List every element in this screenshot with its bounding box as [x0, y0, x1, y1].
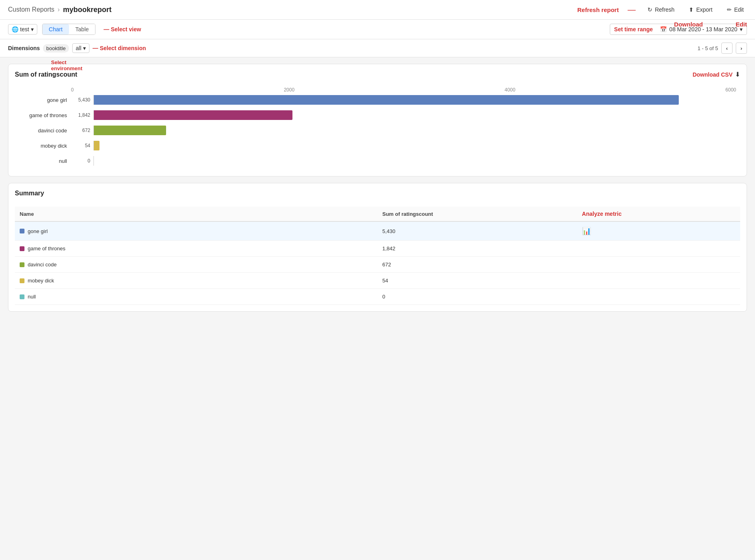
row-name-cell: game of thrones: [15, 241, 378, 257]
edit-annotation: Edit: [736, 21, 747, 28]
chart-row-value: 1,842: [70, 112, 90, 118]
download-csv-icon: ⬇: [735, 71, 740, 78]
pagination: 1 - 5 of 5 ‹ ›: [698, 43, 747, 54]
bar-chart: 0 2000 4000 6000 gone girl 5,430 game of…: [15, 83, 740, 170]
breadcrumb-separator: ›: [58, 6, 60, 13]
row-metric-cell: 5,430: [378, 221, 577, 241]
export-icon: ⬆: [689, 6, 694, 13]
breadcrumb-parent[interactable]: Custom Reports: [8, 6, 55, 13]
name-cell: null: [20, 294, 373, 300]
chart-bar-fill: [94, 141, 99, 150]
summary-header-row: Name Sum of ratingscount Analyze metric: [15, 207, 740, 221]
analyze-metric-cell: [577, 289, 740, 305]
chart-row: null 0: [15, 156, 740, 166]
chart-bar-track: [93, 156, 740, 166]
row-name: davinci code: [28, 262, 57, 268]
env-label: test: [20, 26, 29, 32]
row-name-cell: mobey dick: [15, 273, 378, 289]
dimensions-label: Dimensions: [8, 45, 40, 51]
row-name: null: [28, 294, 36, 300]
main-content: Sum of ratingscount Download CSV ⬇ 0 200…: [0, 57, 755, 318]
analyze-metric-cell[interactable]: 📊: [577, 221, 740, 241]
chart-row: mobey dick 54: [15, 141, 740, 150]
edit-button[interactable]: ✏ Edit: [724, 5, 747, 14]
page-header: Custom Reports › mybookreport Refresh re…: [0, 0, 755, 20]
analyze-metric-cell: [577, 257, 740, 273]
chart-row: gone girl 5,430: [15, 95, 740, 105]
name-cell: mobey dick: [20, 278, 373, 284]
row-name: mobey dick: [28, 278, 54, 284]
chart-rows: gone girl 5,430 game of thrones 1,842 da…: [15, 95, 740, 166]
row-metric-cell: 1,842: [378, 241, 577, 257]
row-name-cell: gone girl: [15, 221, 378, 241]
chart-bar-fill: [94, 126, 166, 135]
edit-label: Edit: [734, 6, 744, 13]
row-metric-cell: 0: [378, 289, 577, 305]
col-metric: Sum of ratingscount: [378, 207, 577, 221]
summary-title: Summary: [15, 190, 44, 197]
chevron-down-icon: ▾: [83, 45, 86, 51]
select-dim-annotation: — Select dimension: [93, 45, 146, 51]
chart-row-value: 672: [70, 128, 90, 133]
refresh-report-annotation: Refresh report: [577, 6, 619, 13]
dimension-chip[interactable]: booktitle: [43, 44, 69, 53]
refresh-icon: ↻: [647, 6, 652, 13]
chart-view-button[interactable]: Chart: [43, 24, 69, 34]
color-dot: [20, 278, 24, 283]
summary-table-head: Name Sum of ratingscount Analyze metric: [15, 207, 740, 221]
color-dot: [20, 262, 24, 267]
table-row: null 0: [15, 289, 740, 305]
chart-bar-fill: [94, 95, 679, 105]
chart-axis: 0 2000 4000 6000: [15, 87, 740, 93]
analyze-metric-icon[interactable]: 📊: [582, 227, 591, 235]
color-dot: [20, 246, 24, 251]
dimension-all-dropdown[interactable]: all ▾: [72, 43, 89, 53]
row-metric-cell: 672: [378, 257, 577, 273]
chart-card-header: Sum of ratingscount Download CSV ⬇: [15, 71, 740, 78]
row-name-cell: davinci code: [15, 257, 378, 273]
export-label: Export: [696, 6, 712, 13]
download-csv-label: Download CSV: [692, 71, 733, 78]
axis-label-6000: 6000: [725, 87, 736, 93]
chart-row-value: 54: [70, 143, 90, 148]
summary-table-body: gone girl 5,430 📊 game of thrones 1,842 …: [15, 221, 740, 305]
download-csv-area[interactable]: Download CSV ⬇: [692, 71, 740, 78]
chart-row-value: 0: [70, 158, 90, 164]
set-time-annotation: Set time range: [614, 26, 653, 32]
chart-bar-fill: [94, 110, 292, 120]
analyze-metric-cell: [577, 241, 740, 257]
chart-row-label: null: [15, 158, 67, 164]
environment-selector[interactable]: 🌐 test ▾: [8, 24, 37, 34]
header-actions: Refresh report — ↻ Refresh ⬆ Export ✏ Ed…: [577, 5, 747, 14]
chart-row-label: game of thrones: [15, 112, 67, 118]
chart-bar-track: [93, 141, 740, 150]
color-dot: [20, 294, 24, 299]
name-cell: game of thrones: [20, 246, 373, 252]
row-name-cell: null: [15, 289, 378, 305]
download-annotation: Download: [674, 21, 703, 28]
axis-label-2000: 2000: [284, 87, 294, 93]
table-view-button[interactable]: Table: [69, 24, 95, 34]
summary-card-header: Summary: [15, 190, 740, 202]
calendar-icon: 📅: [660, 26, 667, 32]
pagination-text: 1 - 5 of 5: [698, 45, 718, 51]
summary-table: Name Sum of ratingscount Analyze metric …: [15, 207, 740, 305]
chart-card: Sum of ratingscount Download CSV ⬇ 0 200…: [8, 64, 747, 177]
chart-row-label: davinci code: [15, 128, 67, 134]
chart-row: davinci code 672: [15, 126, 740, 135]
refresh-button[interactable]: ↻ Refresh: [644, 5, 678, 14]
color-dot: [20, 229, 24, 233]
export-button[interactable]: ⬆ Export: [686, 5, 715, 14]
chart-bar-track: [93, 95, 740, 105]
row-metric-cell: 54: [378, 273, 577, 289]
col-name: Name: [15, 207, 378, 221]
chart-bar-track: [93, 126, 740, 135]
dimensions-bar: Dimensions booktitle Select environment …: [0, 39, 755, 57]
edit-icon: ✏: [727, 6, 732, 13]
prev-page-button[interactable]: ‹: [721, 43, 733, 54]
col-analyze: Analyze metric: [577, 207, 740, 221]
chart-row-label: gone girl: [15, 97, 67, 103]
globe-icon: 🌐: [12, 26, 18, 32]
chart-title: Sum of ratingscount: [15, 71, 77, 78]
next-page-button[interactable]: ›: [736, 43, 747, 54]
